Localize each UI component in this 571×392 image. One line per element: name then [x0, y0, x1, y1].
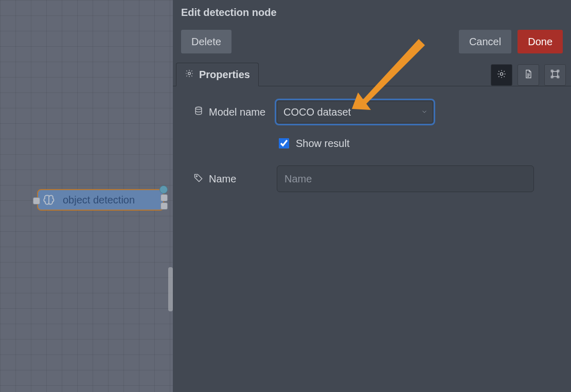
- svg-rect-5: [551, 76, 553, 78]
- label-name: Name: [209, 173, 236, 185]
- svg-rect-6: [557, 76, 559, 78]
- node-port-out-1[interactable]: [160, 194, 168, 201]
- row-model-name: Model name COCO dataset: [193, 101, 556, 123]
- properties-form: Model name COCO dataset Show result: [173, 86, 571, 209]
- name-input[interactable]: [277, 165, 534, 192]
- tab-icon-settings[interactable]: [491, 64, 512, 86]
- node-status-dot: [159, 185, 168, 194]
- brain-icon: [38, 189, 60, 211]
- panel-action-bar: Delete Cancel Done: [173, 25, 571, 61]
- label-model-name: Model name: [209, 106, 265, 118]
- model-name-select[interactable]: COCO dataset: [277, 101, 433, 123]
- workspace-canvas[interactable]: object detection: [0, 0, 173, 392]
- document-icon: [523, 69, 533, 81]
- cancel-button[interactable]: Cancel: [459, 30, 511, 53]
- canvas-scrollbar[interactable]: [168, 267, 173, 311]
- tab-icon-layout[interactable]: [544, 64, 566, 86]
- tag-icon: [193, 173, 204, 185]
- label-show-result: Show result: [296, 138, 350, 150]
- database-icon: [193, 106, 204, 119]
- svg-rect-3: [551, 70, 553, 72]
- tab-icon-doc[interactable]: [518, 64, 539, 86]
- node-object-detection[interactable]: object detection: [37, 189, 164, 211]
- node-port-in[interactable]: [33, 197, 40, 204]
- node-port-out-2[interactable]: [160, 202, 168, 210]
- delete-button[interactable]: Delete: [181, 30, 231, 53]
- panel-title: Edit detection node: [181, 7, 277, 18]
- svg-point-7: [195, 107, 202, 109]
- node-label: object detection: [60, 194, 135, 206]
- show-result-checkbox[interactable]: [279, 138, 289, 148]
- bounding-box-icon: [550, 69, 560, 81]
- done-button[interactable]: Done: [518, 30, 563, 53]
- gear-icon: [496, 69, 507, 81]
- row-name: Name: [193, 165, 556, 192]
- svg-rect-4: [557, 70, 559, 72]
- svg-point-8: [196, 175, 197, 176]
- panel-title-bar: Edit detection node: [173, 0, 571, 25]
- tab-properties[interactable]: Properties: [176, 63, 259, 86]
- row-show-result: Show result: [277, 137, 556, 150]
- tab-properties-label: Properties: [199, 69, 250, 81]
- svg-point-0: [188, 72, 191, 74]
- panel-tabs: Properties: [173, 61, 571, 86]
- gear-icon: [185, 69, 194, 81]
- edit-node-panel: Edit detection node Delete Cancel Done P…: [173, 0, 571, 392]
- svg-point-1: [500, 72, 503, 75]
